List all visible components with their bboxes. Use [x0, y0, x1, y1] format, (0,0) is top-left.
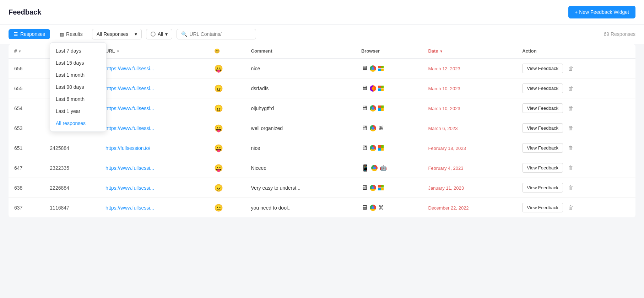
view-feedback-button[interactable]: View Feedback: [522, 123, 563, 133]
col-header-num[interactable]: # ▼: [9, 44, 44, 58]
cell-browser: 🖥: [356, 98, 422, 118]
desktop-icon: 🖥: [361, 184, 368, 191]
cell-url[interactable]: https://www.fullsessi...: [100, 198, 209, 218]
cell-mood: 😛: [209, 118, 245, 138]
status-filter-dropdown[interactable]: All ▾: [146, 29, 173, 39]
desktop-icon: 🖥: [361, 144, 368, 152]
page-header: Feedback + New Feedback Widget: [0, 0, 644, 25]
tab-results[interactable]: ▦ Results: [54, 29, 88, 39]
col-header-action: Action: [516, 44, 635, 58]
table-row: 647 2322335 https://www.fullsessi... 😛 N…: [9, 158, 635, 178]
col-header-mood: 😊: [209, 44, 245, 58]
new-widget-button[interactable]: + New Feedback Widget: [568, 6, 635, 18]
cell-action: View Feedback 🗑: [516, 198, 635, 218]
cell-action: View Feedback 🗑: [516, 138, 635, 158]
cell-url[interactable]: https://fullsession.io/: [100, 138, 209, 158]
view-feedback-button[interactable]: View Feedback: [522, 64, 563, 73]
cell-action: View Feedback 🗑: [516, 78, 635, 98]
cell-url[interactable]: https://www.fullsessi...: [100, 178, 209, 198]
tab-responses[interactable]: ☰ Responses: [9, 29, 50, 39]
table-row: 637 1116847 https://www.fullsessi... 😐 y…: [9, 198, 635, 218]
view-feedback-button[interactable]: View Feedback: [522, 143, 563, 153]
cell-date: March 6, 2023: [422, 118, 516, 138]
col-header-url[interactable]: URL ▼: [100, 44, 209, 58]
cell-num: 637: [9, 198, 44, 218]
chevron-down-icon: ▾: [165, 31, 168, 37]
url-search-container[interactable]: 🔍: [177, 29, 256, 39]
view-feedback-button[interactable]: View Feedback: [522, 183, 563, 193]
delete-button[interactable]: 🗑: [565, 64, 577, 73]
cell-comment: Niceee: [245, 158, 356, 178]
cell-date: January 11, 2023: [422, 178, 516, 198]
cell-comment: well organized: [245, 118, 356, 138]
cell-num: 654: [9, 98, 44, 118]
circle-icon: [151, 32, 156, 37]
cell-browser: 🖥: [356, 178, 422, 198]
filter-option-last15[interactable]: Last 15 days: [50, 57, 106, 69]
cell-mood: 😛: [209, 58, 245, 78]
cell-action: View Feedback 🗑: [516, 98, 635, 118]
cell-id: 2322335: [44, 158, 100, 178]
filter-option-all-responses[interactable]: All responses: [50, 117, 106, 129]
cell-comment: nice: [245, 138, 356, 158]
cell-id: 1116847: [44, 198, 100, 218]
desktop-icon: 🖥: [361, 65, 368, 72]
delete-button[interactable]: 🗑: [565, 124, 577, 133]
delete-button[interactable]: 🗑: [565, 143, 577, 153]
view-feedback-button[interactable]: View Feedback: [522, 203, 563, 212]
col-header-comment: Comment: [245, 44, 356, 58]
col-header-browser: Browser: [356, 44, 422, 58]
cell-url[interactable]: https://www.fullsessi...: [100, 158, 209, 178]
filter-option-last7[interactable]: Last 7 days: [50, 45, 106, 57]
cell-action: View Feedback 🗑: [516, 118, 635, 138]
cell-mood: 😠: [209, 178, 245, 198]
desktop-icon: 🖥: [361, 204, 368, 211]
search-icon: 🔍: [181, 31, 187, 37]
cell-num: 655: [9, 78, 44, 98]
delete-button[interactable]: 🗑: [565, 104, 577, 113]
time-filter-dropdown[interactable]: All Responses ▾: [92, 29, 142, 39]
filter-option-last90[interactable]: Last 90 days: [50, 81, 106, 93]
cell-date: February 4, 2023: [422, 158, 516, 178]
cell-num: 653: [9, 118, 44, 138]
delete-button[interactable]: 🗑: [565, 183, 577, 193]
filter-option-last1year[interactable]: Last 1 year: [50, 105, 106, 117]
cell-browser: 🖥 ⌘: [356, 198, 422, 218]
cell-comment: oijuhygtfrd: [245, 98, 356, 118]
cell-mood: 😠: [209, 78, 245, 98]
chevron-down-icon: ▾: [135, 31, 137, 37]
cell-num: 656: [9, 58, 44, 78]
bar-chart-icon: ▦: [59, 31, 64, 37]
cell-url[interactable]: https://www.fullsessi...: [100, 78, 209, 98]
page-title: Feedback: [9, 8, 41, 16]
delete-button[interactable]: 🗑: [565, 163, 577, 173]
cell-date: December 22, 2022: [422, 198, 516, 218]
cell-mood: 😠: [209, 98, 245, 118]
cell-date: February 18, 2023: [422, 138, 516, 158]
filter-option-last6month[interactable]: Last 6 month: [50, 93, 106, 105]
cell-action: View Feedback 🗑: [516, 58, 635, 78]
cell-num: 638: [9, 178, 44, 198]
cell-date: March 10, 2023: [422, 78, 516, 98]
toolbar: ☰ Responses ▦ Results All Responses ▾ La…: [0, 25, 644, 44]
table-row: 651 2425884 https://fullsession.io/ 😛 ni…: [9, 138, 635, 158]
cell-url[interactable]: https://www.fullsessi...: [100, 58, 209, 78]
cell-id: 2226884: [44, 178, 100, 198]
cell-date: March 10, 2023: [422, 98, 516, 118]
cell-mood: 😐: [209, 198, 245, 218]
responses-count: 69 Responses: [604, 31, 635, 37]
view-feedback-button[interactable]: View Feedback: [522, 83, 563, 93]
cell-url[interactable]: https://www.fullsessi...: [100, 98, 209, 118]
col-header-date[interactable]: Date ▼: [422, 44, 516, 58]
cell-url[interactable]: https://www.fullsessi...: [100, 118, 209, 138]
cell-comment: Very easy to underst...: [245, 178, 356, 198]
view-feedback-button[interactable]: View Feedback: [522, 103, 563, 113]
url-search-input[interactable]: [189, 31, 251, 37]
view-feedback-button[interactable]: View Feedback: [522, 163, 563, 173]
cell-browser: 🖥: [356, 58, 422, 78]
delete-button[interactable]: 🗑: [565, 84, 577, 93]
cell-browser: 🖥 ⌘: [356, 118, 422, 138]
filter-option-last1month[interactable]: Last 1 month: [50, 69, 106, 81]
delete-button[interactable]: 🗑: [565, 203, 577, 212]
cell-browser: 🖥: [356, 138, 422, 158]
